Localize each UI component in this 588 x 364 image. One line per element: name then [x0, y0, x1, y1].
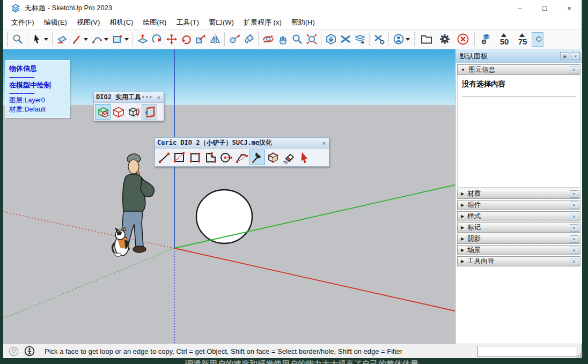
abort-red-x-icon[interactable]: [454, 32, 472, 47]
folder-icon[interactable]: [417, 32, 436, 47]
panel-header[interactable]: 默认面板 ⊞ ×: [455, 49, 582, 63]
curic-toolbar-titlebar[interactable]: Curic DIO 2（小铲子）SUCJ.me汉化 ×: [155, 138, 329, 148]
menu-camera[interactable]: 相机(C): [105, 16, 138, 29]
expand-arrow-icon[interactable]: ▶: [461, 248, 464, 252]
geolocation-icon[interactable]: [8, 345, 19, 357]
section-gear-icon[interactable]: [372, 32, 386, 47]
soften-cube-icon[interactable]: [265, 150, 281, 165]
menu-tools[interactable]: 工具(T): [171, 16, 204, 29]
tape-measure-icon[interactable]: [227, 32, 241, 47]
red-cursor-icon[interactable]: [296, 150, 312, 165]
settings-gear-icon[interactable]: [436, 32, 454, 47]
panel-close-button[interactable]: ×: [571, 52, 580, 60]
zoom-50-icon[interactable]: 50: [495, 32, 513, 47]
red-cube-icon[interactable]: [111, 104, 126, 120]
select-arrow-icon[interactable]: [30, 32, 44, 47]
expand-arrow-icon[interactable]: ▶: [461, 259, 464, 264]
curic-close-icon[interactable]: ×: [321, 140, 327, 146]
model-viewport[interactable]: 物体信息 -------------------- 在模型中绘制 -------…: [3, 49, 455, 344]
dio2-toolbar[interactable]: DIO2 实用工具··· ×: [93, 92, 164, 121]
push-pull-icon[interactable]: [135, 32, 150, 47]
follow-me-icon[interactable]: [150, 32, 164, 47]
line-icon[interactable]: [156, 150, 172, 165]
l-polygon-icon[interactable]: [203, 150, 218, 165]
pencil-dropdown-icon[interactable]: [84, 38, 88, 41]
menu-edit[interactable]: 编辑(E): [39, 16, 72, 29]
account-icon[interactable]: [391, 32, 406, 47]
scale-icon[interactable]: [193, 32, 208, 47]
rect-diagonal-icon[interactable]: [172, 150, 187, 165]
menu-file[interactable]: 文件(F): [6, 16, 39, 29]
rectangle-dropdown-icon[interactable]: [124, 38, 129, 41]
circle-center-icon[interactable]: [218, 150, 234, 165]
layers-export-icon[interactable]: [352, 32, 367, 47]
zoom-icon[interactable]: [290, 32, 304, 47]
minimize-button[interactable]: –: [508, 0, 532, 16]
close-button[interactable]: ×: [557, 0, 582, 16]
trowel-icon[interactable]: [249, 150, 265, 165]
shadows-close-button[interactable]: ×: [570, 235, 578, 243]
styles-header[interactable]: ▶ 样式 ×: [457, 211, 580, 221]
measurement-input[interactable]: [477, 346, 577, 357]
styles-close-button[interactable]: ×: [570, 213, 578, 220]
rectangle-icon[interactable]: [110, 32, 124, 47]
expand-arrow-icon[interactable]: ▶: [461, 191, 464, 196]
zoom-window-icon[interactable]: [10, 32, 25, 47]
account-dropdown-icon[interactable]: [406, 38, 410, 41]
extension-hexagon-icon[interactable]: [324, 32, 338, 47]
zoom-extents-icon[interactable]: [304, 32, 319, 47]
dio2-toolbar-titlebar[interactable]: DIO2 实用工具··· ×: [94, 92, 164, 103]
pan-icon[interactable]: [275, 32, 290, 47]
scenes-header[interactable]: ▶ 场景 ×: [457, 245, 580, 255]
toolbar-grip[interactable]: [413, 32, 416, 46]
cube-rotate-icon[interactable]: [126, 104, 142, 120]
menu-extensions[interactable]: 扩展程序 (x): [239, 16, 286, 29]
rect-corners-icon[interactable]: [187, 150, 203, 165]
panel-pin-button[interactable]: ⊞: [560, 52, 569, 60]
expand-arrow-icon[interactable]: ▶: [461, 214, 464, 219]
move-icon[interactable]: [164, 32, 179, 47]
zoom-75-icon[interactable]: 75: [513, 32, 532, 47]
box-wrap-icon[interactable]: [95, 104, 111, 120]
door-icon[interactable]: [142, 104, 157, 120]
arc-3pt-icon[interactable]: [234, 150, 249, 165]
expand-arrow-icon[interactable]: ▶: [461, 236, 464, 241]
collapse-arrow-icon[interactable]: ▼: [461, 68, 465, 72]
eraser-icon[interactable]: [55, 32, 69, 47]
shadows-header[interactable]: ▶ 阴影 ×: [457, 234, 580, 244]
curic-dio-toolbar[interactable]: Curic DIO 2（小铲子）SUCJ.me汉化 ×: [155, 137, 329, 167]
components-close-button[interactable]: ×: [570, 202, 578, 209]
entity-info-header[interactable]: ▼ 图元信息 ×: [457, 64, 580, 75]
pencil-icon[interactable]: [69, 32, 84, 47]
info-figure-icon[interactable]: [24, 345, 35, 357]
select-dropdown-icon[interactable]: [44, 38, 48, 41]
tags-close-button[interactable]: ×: [570, 224, 578, 232]
toolbar-grip[interactable]: [6, 32, 9, 46]
maximize-button[interactable]: □: [532, 0, 557, 16]
menu-window[interactable]: 窗口(W): [204, 16, 239, 29]
menu-draw[interactable]: 绘图(R): [138, 16, 171, 29]
materials-header[interactable]: ▶ 材质 ×: [457, 189, 580, 199]
arc-dropdown-icon[interactable]: [104, 38, 108, 41]
flip-icon[interactable]: [208, 32, 222, 47]
instructor-close-button[interactable]: ×: [570, 258, 578, 265]
arc-icon[interactable]: [90, 32, 104, 47]
rotate-icon[interactable]: [179, 32, 193, 47]
sketchup-eye-icon[interactable]: [477, 32, 495, 47]
instructor-header[interactable]: ▶ 工具向导 ×: [457, 256, 580, 266]
partial-circle-icon[interactable]: [532, 32, 543, 47]
components-header[interactable]: ▶ 组件 ×: [457, 200, 580, 210]
tags-header[interactable]: ▶ 标记 ×: [457, 222, 580, 233]
expand-arrow-icon[interactable]: ▶: [461, 225, 464, 230]
scenes-close-button[interactable]: ×: [570, 247, 578, 254]
entity-info-close-button[interactable]: ×: [570, 66, 578, 73]
orbit-icon[interactable]: [261, 32, 275, 47]
menu-view[interactable]: 视图(V): [72, 16, 105, 29]
dio2-close-icon[interactable]: ×: [156, 94, 161, 101]
expand-arrow-icon[interactable]: ▶: [461, 203, 464, 207]
cross-section-icon[interactable]: [338, 32, 352, 47]
menu-help[interactable]: 帮助(H): [286, 16, 320, 29]
paint-bucket-icon[interactable]: [241, 32, 256, 47]
materials-close-button[interactable]: ×: [570, 190, 578, 198]
resize-grip[interactable]: [577, 353, 581, 358]
